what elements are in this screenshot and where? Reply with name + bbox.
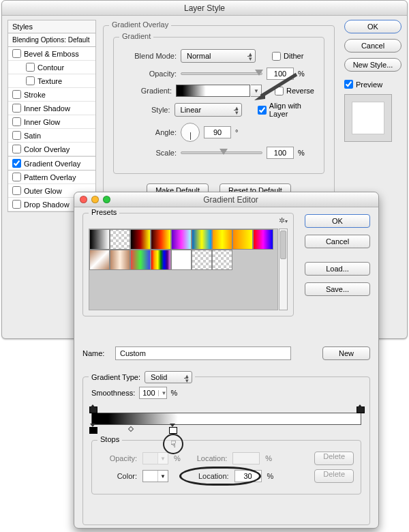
style-item-stroke[interactable]: Stroke (8, 88, 95, 102)
presets-scrollbar[interactable] (279, 228, 288, 310)
reverse-label: Reverse (286, 87, 314, 95)
stop-opacity-pct: % (174, 454, 181, 462)
angle-dial[interactable] (181, 123, 200, 142)
opacity-stop-right[interactable] (357, 404, 363, 412)
style-item-inner-shadow[interactable]: Inner Shadow (8, 102, 95, 115)
preset-swatch[interactable] (110, 250, 130, 270)
opacity-stop-left[interactable] (89, 404, 96, 412)
name-input[interactable] (115, 346, 291, 360)
preview-thumbnail (344, 94, 392, 142)
color-overlay-checkbox[interactable] (12, 145, 21, 153)
align-checkbox[interactable] (258, 106, 267, 115)
ge-load-button[interactable]: Load... (305, 262, 370, 276)
ge-cancel-button[interactable]: Cancel (305, 235, 370, 248)
inner-title: Gradient (119, 32, 153, 40)
ge-save-button[interactable]: Save... (305, 282, 370, 296)
drop-shadow-checkbox[interactable] (12, 200, 21, 209)
stop-color-location-label: Location: (198, 472, 229, 480)
panel-title: Gradient Overlay (109, 20, 171, 29)
styles-header[interactable]: Styles (7, 20, 96, 33)
preset-swatch[interactable] (253, 229, 273, 250)
align-checkbox-wrap[interactable]: Align with Layer (258, 102, 314, 118)
pattern-overlay-checkbox[interactable] (12, 173, 21, 181)
style-item-contour[interactable]: Contour (8, 61, 95, 74)
smoothness-pct: % (171, 389, 178, 397)
style-item-pattern-overlay[interactable]: Pattern Overlay (8, 171, 95, 184)
preset-swatch[interactable] (151, 229, 171, 250)
presets-gear-icon[interactable]: ✲▾ (279, 216, 288, 225)
gradient-bar[interactable] (91, 406, 361, 430)
stop-color-delete-button[interactable]: Delete (314, 469, 354, 483)
preset-swatch[interactable] (151, 250, 171, 270)
smoothness-input[interactable]: 100▼ (139, 387, 166, 399)
opacity-slider[interactable] (181, 72, 262, 75)
stop-opacity-location-input (232, 452, 260, 464)
style-item-inner-glow[interactable]: Inner Glow (8, 115, 95, 129)
scale-label: Scale: (123, 149, 177, 157)
angle-input[interactable] (204, 126, 231, 138)
preview-checkbox[interactable] (344, 80, 353, 89)
preset-swatch[interactable] (89, 229, 110, 250)
layer-style-titlebar[interactable]: Layer Style (2, 1, 407, 16)
outer-glow-checkbox[interactable] (12, 186, 21, 195)
style-item-bevel[interactable]: Bevel & Emboss (8, 47, 95, 61)
gradient-editor-titlebar[interactable]: Gradient Editor (74, 192, 378, 207)
preset-swatch[interactable] (130, 250, 151, 270)
ok-button[interactable]: OK (344, 20, 402, 33)
preset-swatch[interactable] (171, 250, 192, 270)
preset-swatch[interactable] (232, 229, 253, 250)
new-gradient-button[interactable]: New (322, 346, 370, 360)
smoothness-value: 100 (140, 389, 157, 397)
texture-checkbox[interactable] (26, 76, 35, 85)
scale-slider[interactable] (181, 151, 262, 154)
scale-pct: % (298, 149, 305, 157)
preset-swatch[interactable] (212, 229, 232, 250)
gradient-overlay-checkbox[interactable] (12, 159, 21, 168)
style-label: Style: (123, 106, 170, 114)
bevel-checkbox[interactable] (12, 49, 21, 58)
texture-label: Texture (37, 77, 62, 85)
inner-glow-checkbox[interactable] (12, 117, 21, 126)
preset-swatch[interactable] (192, 229, 212, 250)
stop-color-location-input[interactable] (234, 470, 262, 482)
style-dropdown[interactable]: Linear▴▾ (175, 103, 243, 117)
gradient-swatch[interactable]: ▼ (176, 85, 250, 97)
color-stop-black[interactable] (89, 425, 96, 433)
color-stop-white[interactable] (169, 425, 176, 433)
blending-options-row[interactable]: Blending Options: Default (7, 33, 96, 47)
stroke-checkbox[interactable] (12, 90, 21, 99)
contour-checkbox[interactable] (26, 63, 35, 72)
styles-list: Bevel & Emboss Contour Texture Stroke In… (7, 47, 96, 212)
midpoint-diamond[interactable] (128, 426, 134, 432)
style-item-gradient-overlay[interactable]: Gradient Overlay (8, 156, 95, 171)
preview-checkbox-wrap[interactable]: Preview (344, 80, 382, 89)
preset-swatch[interactable] (192, 250, 212, 270)
dither-checkbox-wrap[interactable]: Dither (272, 52, 303, 61)
style-item-color-overlay[interactable]: Color Overlay (8, 143, 95, 156)
ge-ok-button[interactable]: OK (305, 214, 370, 228)
gradient-swatch-dropdown-icon[interactable]: ▼ (251, 85, 262, 97)
new-style-button[interactable]: New Style... (344, 58, 402, 72)
presets-area: Presets ✲▾ (82, 213, 294, 316)
reverse-checkbox[interactable] (275, 87, 284, 95)
preset-swatch[interactable] (110, 229, 130, 250)
inner-shadow-checkbox[interactable] (12, 104, 21, 113)
blend-mode-dropdown[interactable]: Normal▴▾ (181, 49, 256, 63)
stop-color-well[interactable]: ▼ (142, 470, 168, 482)
scale-input[interactable] (267, 147, 294, 159)
preset-swatch[interactable] (89, 250, 110, 270)
gradient-type-dropdown[interactable]: Solid▴▾ (145, 371, 192, 383)
stop-opacity-location-pct: % (265, 454, 272, 462)
style-item-texture[interactable]: Texture (8, 74, 95, 88)
preset-swatch[interactable] (171, 229, 192, 250)
preview-label: Preview (356, 80, 382, 89)
layer-style-right-column: OK Cancel New Style... Preview (344, 20, 402, 142)
satin-checkbox[interactable] (12, 131, 21, 140)
reverse-checkbox-wrap[interactable]: Reverse (275, 87, 314, 95)
opacity-input[interactable] (267, 68, 294, 80)
preset-swatch[interactable] (130, 229, 151, 250)
style-item-satin[interactable]: Satin (8, 129, 95, 143)
cancel-button[interactable]: Cancel (344, 39, 402, 53)
dither-checkbox[interactable] (272, 52, 281, 61)
preset-swatch[interactable] (212, 250, 232, 270)
